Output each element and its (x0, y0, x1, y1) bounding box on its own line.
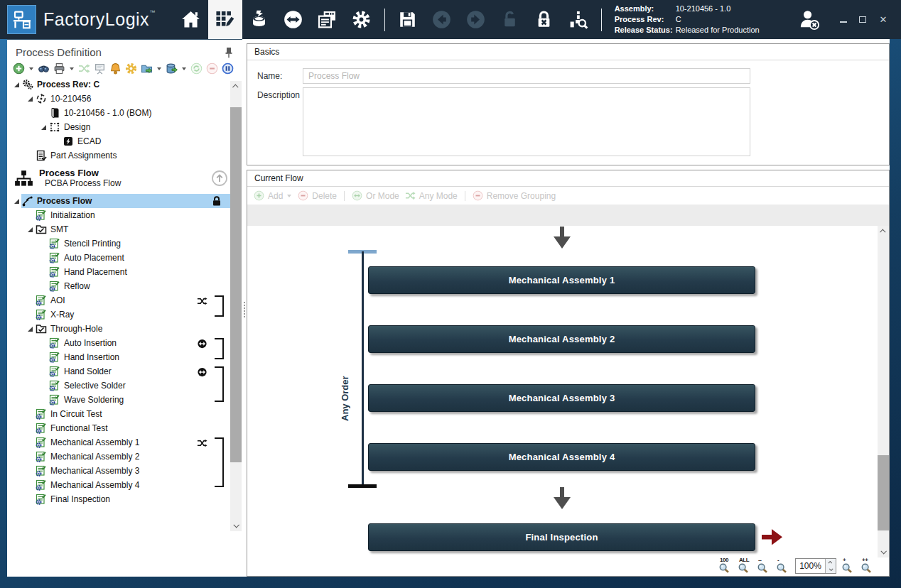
tree-item-functional-test[interactable]: Functional Test (7, 421, 230, 435)
add-button[interactable]: Add (254, 190, 292, 201)
remove-grouping-button[interactable]: Remove Grouping (473, 190, 556, 201)
scroll-up-icon[interactable] (878, 226, 889, 237)
production-icon[interactable] (242, 0, 276, 39)
remove-button[interactable] (206, 62, 218, 75)
zoom-fit-all-button[interactable]: ALL (738, 558, 752, 574)
tree-item-mechanical-assembly-3[interactable]: Mechanical Assembly 3 (7, 464, 230, 478)
process-flow-section[interactable]: Process Flow PCBA Process Flow (7, 163, 242, 194)
tree-item-hand-placement[interactable]: Hand Placement (7, 265, 230, 279)
zoom-in-button[interactable]: + (841, 558, 856, 574)
tree-item-part-assignments[interactable]: Part Assignments (7, 148, 230, 163)
expander-icon[interactable] (11, 196, 21, 206)
tree-item-hand-insertion[interactable]: Hand Insertion (7, 350, 230, 364)
dropdown-caret-icon[interactable] (157, 67, 161, 70)
tree-item-wave-soldering[interactable]: Wave Soldering (7, 393, 230, 407)
dropdown-caret-icon[interactable] (182, 67, 186, 70)
flow-node-mechanical-assembly-2[interactable]: Mechanical Assembly 2 (368, 325, 755, 353)
flow-node-final-inspection[interactable]: Final Inspection (368, 523, 755, 551)
flow-node-mechanical-assembly-3[interactable]: Mechanical Assembly 3 (368, 384, 755, 412)
any-mode-button[interactable]: Any Mode (405, 190, 458, 201)
delete-button[interactable]: Delete (298, 190, 337, 201)
maximize-button[interactable] (859, 16, 866, 23)
transfer-icon[interactable] (276, 0, 311, 39)
home-icon[interactable] (174, 0, 208, 39)
zoom-in-fast-button[interactable]: ++ (860, 558, 875, 574)
description-input[interactable] (303, 87, 750, 156)
zoom-step-up-icon[interactable] (826, 559, 836, 566)
dropdown-caret-icon[interactable] (287, 195, 291, 197)
or-mode-button[interactable]: Or Mode (352, 190, 399, 201)
flow-node-mechanical-assembly-1[interactable]: Mechanical Assembly 1 (368, 266, 755, 294)
tree-item-stencil-printing[interactable]: Stencil Printing (7, 236, 230, 251)
unlock-icon[interactable] (493, 0, 527, 39)
tree-item-mechanical-assembly-2[interactable]: Mechanical Assembly 2 (7, 450, 230, 464)
expander-icon[interactable] (38, 122, 48, 132)
zoom-100-button[interactable]: 100 (718, 558, 733, 574)
tree-item-aoi[interactable]: AOI (7, 293, 230, 307)
processes-icon[interactable] (208, 0, 242, 39)
tree-scrollbar[interactable] (230, 81, 242, 531)
zoom-out-button[interactable]: - (776, 558, 790, 574)
tree-item-in-circuit-test[interactable]: In Circuit Test (7, 407, 230, 421)
tree-item-ecad[interactable]: ECAD (7, 134, 230, 148)
tree-item-selective-solder[interactable]: Selective Solder (7, 379, 230, 393)
options-button[interactable] (125, 62, 137, 75)
import-button[interactable] (166, 62, 178, 75)
tree-item-auto-insertion[interactable]: Auto Insertion (7, 336, 230, 350)
hold-button[interactable] (222, 62, 234, 75)
collapse-up-icon[interactable] (211, 170, 228, 187)
lock-close-icon[interactable] (527, 0, 561, 39)
tree-item-mechanical-assembly-1[interactable]: Mechanical Assembly 1 (7, 435, 230, 450)
tree-item-x-ray[interactable]: X-Ray (7, 307, 230, 322)
tree-item-smt[interactable]: SMT (7, 222, 230, 236)
scroll-down-icon[interactable] (230, 520, 242, 531)
name-input[interactable] (303, 68, 750, 84)
tree-item-reflow[interactable]: Reflow (7, 279, 230, 293)
dropdown-caret-icon[interactable] (29, 67, 33, 70)
scroll-down-icon[interactable] (878, 546, 889, 557)
tree-item-auto-placement[interactable]: Auto Placement (7, 251, 230, 265)
expander-icon[interactable] (25, 324, 35, 334)
scroll-up-icon[interactable] (230, 81, 242, 92)
settings-icon[interactable] (345, 0, 379, 39)
tree-item-process-flow[interactable]: Process Flow (7, 194, 230, 208)
add-button[interactable] (13, 62, 25, 75)
tree-item-through-hole[interactable]: Through-Hole (7, 322, 230, 336)
tree-item-initialization[interactable]: Initialization (7, 208, 230, 222)
expander-icon[interactable] (11, 80, 21, 89)
splitter-grip-icon[interactable] (244, 302, 245, 317)
forward-icon[interactable] (459, 0, 493, 39)
export-button[interactable] (141, 62, 153, 75)
zoom-level-spinner[interactable]: 100% (795, 558, 836, 574)
back-icon[interactable] (425, 0, 459, 39)
tree-item-design[interactable]: Design (7, 120, 230, 134)
zoom-step-down-icon[interactable] (826, 566, 836, 573)
tree-item-10-210456[interactable]: 10-210456 (7, 92, 230, 106)
expander-icon[interactable] (25, 94, 35, 104)
audit-search-icon[interactable] (561, 0, 595, 39)
pin-icon[interactable] (224, 47, 234, 58)
tree-item-final-inspection[interactable]: Final Inspection (7, 492, 230, 506)
tree-item-mechanical-assembly-4[interactable]: Mechanical Assembly 4 (7, 478, 230, 492)
documents-icon[interactable] (311, 0, 345, 39)
scrollbar-thumb[interactable] (878, 455, 889, 530)
zoom-out-fast-button[interactable]: -- (757, 558, 771, 574)
minimize-button[interactable] (840, 17, 847, 23)
tree-item-process-rev-c[interactable]: Process Rev: C (7, 77, 230, 92)
expander-icon[interactable] (25, 224, 35, 234)
scrollbar-thumb[interactable] (230, 107, 242, 462)
user-logout-icon[interactable] (797, 8, 821, 32)
save-icon[interactable] (391, 0, 425, 39)
presentation-button[interactable] (94, 62, 106, 75)
print-button[interactable] (53, 62, 65, 75)
refresh-button[interactable] (190, 62, 203, 75)
tree-item-hand-solder[interactable]: Hand Solder (7, 364, 230, 379)
find-button[interactable] (38, 62, 50, 75)
close-button[interactable]: ✕ (878, 15, 888, 25)
any-mode-button[interactable] (78, 62, 90, 75)
alarm-button[interactable] (109, 62, 122, 75)
canvas-scrollbar[interactable] (878, 226, 889, 557)
flow-node-mechanical-assembly-4[interactable]: Mechanical Assembly 4 (368, 443, 755, 471)
dropdown-caret-icon[interactable] (70, 67, 74, 70)
tree-item-10-210456-1-0-bom[interactable]: 10-210456 - 1.0 (BOM) (7, 106, 230, 120)
